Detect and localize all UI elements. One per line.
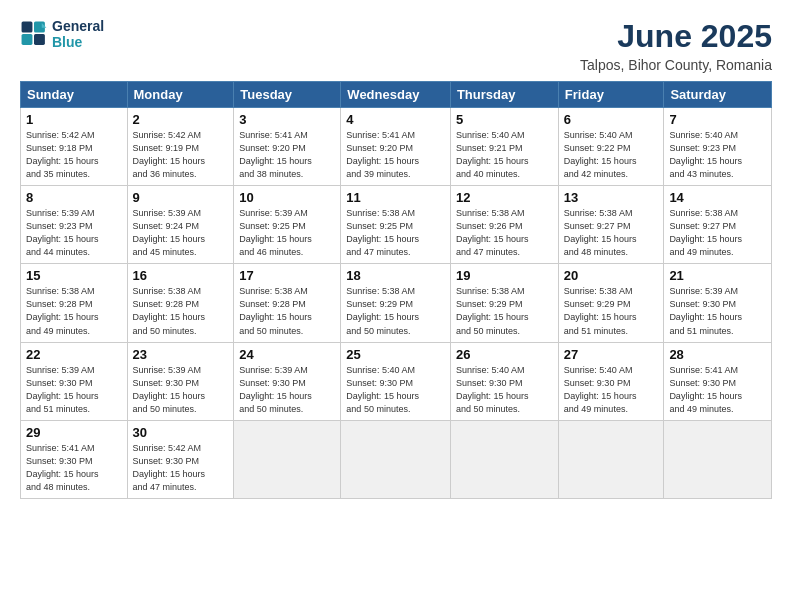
svg-rect-2	[22, 34, 33, 45]
calendar-cell: 5Sunrise: 5:40 AM Sunset: 9:21 PM Daylig…	[450, 108, 558, 186]
logo-text: General Blue	[52, 18, 104, 50]
calendar-cell: 13Sunrise: 5:38 AM Sunset: 9:27 PM Dayli…	[558, 186, 664, 264]
day-info: Sunrise: 5:40 AM Sunset: 9:30 PM Dayligh…	[346, 364, 445, 416]
day-info: Sunrise: 5:40 AM Sunset: 9:22 PM Dayligh…	[564, 129, 659, 181]
day-number: 6	[564, 112, 659, 127]
day-number: 15	[26, 268, 122, 283]
calendar-cell: 4Sunrise: 5:41 AM Sunset: 9:20 PM Daylig…	[341, 108, 451, 186]
day-info: Sunrise: 5:41 AM Sunset: 9:20 PM Dayligh…	[346, 129, 445, 181]
day-info: Sunrise: 5:38 AM Sunset: 9:27 PM Dayligh…	[669, 207, 766, 259]
calendar-cell: 21Sunrise: 5:39 AM Sunset: 9:30 PM Dayli…	[664, 264, 772, 342]
header: General Blue June 2025 Talpos, Bihor Cou…	[20, 18, 772, 73]
month-title: June 2025	[580, 18, 772, 55]
calendar-cell: 3Sunrise: 5:41 AM Sunset: 9:20 PM Daylig…	[234, 108, 341, 186]
calendar-week-2: 8Sunrise: 5:39 AM Sunset: 9:23 PM Daylig…	[21, 186, 772, 264]
title-block: June 2025 Talpos, Bihor County, Romania	[580, 18, 772, 73]
calendar-cell	[341, 420, 451, 498]
weekday-header-sunday: Sunday	[21, 82, 128, 108]
day-info: Sunrise: 5:39 AM Sunset: 9:30 PM Dayligh…	[133, 364, 229, 416]
day-info: Sunrise: 5:41 AM Sunset: 9:20 PM Dayligh…	[239, 129, 335, 181]
day-info: Sunrise: 5:38 AM Sunset: 9:29 PM Dayligh…	[456, 285, 553, 337]
weekday-header-friday: Friday	[558, 82, 664, 108]
day-number: 18	[346, 268, 445, 283]
day-info: Sunrise: 5:38 AM Sunset: 9:27 PM Dayligh…	[564, 207, 659, 259]
calendar-cell: 16Sunrise: 5:38 AM Sunset: 9:28 PM Dayli…	[127, 264, 234, 342]
calendar-week-3: 15Sunrise: 5:38 AM Sunset: 9:28 PM Dayli…	[21, 264, 772, 342]
logo: General Blue	[20, 18, 104, 50]
day-number: 8	[26, 190, 122, 205]
calendar-cell	[558, 420, 664, 498]
day-info: Sunrise: 5:38 AM Sunset: 9:29 PM Dayligh…	[564, 285, 659, 337]
calendar-cell: 14Sunrise: 5:38 AM Sunset: 9:27 PM Dayli…	[664, 186, 772, 264]
weekday-header-monday: Monday	[127, 82, 234, 108]
calendar-cell: 2Sunrise: 5:42 AM Sunset: 9:19 PM Daylig…	[127, 108, 234, 186]
day-info: Sunrise: 5:40 AM Sunset: 9:21 PM Dayligh…	[456, 129, 553, 181]
day-info: Sunrise: 5:41 AM Sunset: 9:30 PM Dayligh…	[26, 442, 122, 494]
calendar-cell: 7Sunrise: 5:40 AM Sunset: 9:23 PM Daylig…	[664, 108, 772, 186]
day-info: Sunrise: 5:38 AM Sunset: 9:25 PM Dayligh…	[346, 207, 445, 259]
calendar-cell: 1Sunrise: 5:42 AM Sunset: 9:18 PM Daylig…	[21, 108, 128, 186]
day-number: 26	[456, 347, 553, 362]
calendar-cell: 29Sunrise: 5:41 AM Sunset: 9:30 PM Dayli…	[21, 420, 128, 498]
day-info: Sunrise: 5:42 AM Sunset: 9:19 PM Dayligh…	[133, 129, 229, 181]
logo-icon	[20, 20, 48, 48]
day-number: 3	[239, 112, 335, 127]
day-info: Sunrise: 5:42 AM Sunset: 9:18 PM Dayligh…	[26, 129, 122, 181]
day-info: Sunrise: 5:42 AM Sunset: 9:30 PM Dayligh…	[133, 442, 229, 494]
day-number: 28	[669, 347, 766, 362]
day-number: 12	[456, 190, 553, 205]
weekday-header-saturday: Saturday	[664, 82, 772, 108]
svg-rect-0	[22, 22, 33, 33]
calendar-cell: 18Sunrise: 5:38 AM Sunset: 9:29 PM Dayli…	[341, 264, 451, 342]
weekday-header-wednesday: Wednesday	[341, 82, 451, 108]
calendar-cell: 11Sunrise: 5:38 AM Sunset: 9:25 PM Dayli…	[341, 186, 451, 264]
day-number: 30	[133, 425, 229, 440]
day-info: Sunrise: 5:40 AM Sunset: 9:30 PM Dayligh…	[456, 364, 553, 416]
calendar-cell: 19Sunrise: 5:38 AM Sunset: 9:29 PM Dayli…	[450, 264, 558, 342]
day-info: Sunrise: 5:38 AM Sunset: 9:28 PM Dayligh…	[239, 285, 335, 337]
calendar-cell: 25Sunrise: 5:40 AM Sunset: 9:30 PM Dayli…	[341, 342, 451, 420]
day-number: 10	[239, 190, 335, 205]
svg-rect-3	[34, 34, 45, 45]
day-number: 27	[564, 347, 659, 362]
day-number: 9	[133, 190, 229, 205]
location-subtitle: Talpos, Bihor County, Romania	[580, 57, 772, 73]
calendar-cell: 27Sunrise: 5:40 AM Sunset: 9:30 PM Dayli…	[558, 342, 664, 420]
calendar-cell: 22Sunrise: 5:39 AM Sunset: 9:30 PM Dayli…	[21, 342, 128, 420]
day-info: Sunrise: 5:39 AM Sunset: 9:30 PM Dayligh…	[669, 285, 766, 337]
calendar-cell: 15Sunrise: 5:38 AM Sunset: 9:28 PM Dayli…	[21, 264, 128, 342]
day-info: Sunrise: 5:41 AM Sunset: 9:30 PM Dayligh…	[669, 364, 766, 416]
day-number: 19	[456, 268, 553, 283]
day-info: Sunrise: 5:39 AM Sunset: 9:25 PM Dayligh…	[239, 207, 335, 259]
day-info: Sunrise: 5:39 AM Sunset: 9:30 PM Dayligh…	[239, 364, 335, 416]
day-info: Sunrise: 5:40 AM Sunset: 9:30 PM Dayligh…	[564, 364, 659, 416]
calendar-cell: 9Sunrise: 5:39 AM Sunset: 9:24 PM Daylig…	[127, 186, 234, 264]
calendar-cell: 8Sunrise: 5:39 AM Sunset: 9:23 PM Daylig…	[21, 186, 128, 264]
day-number: 21	[669, 268, 766, 283]
day-number: 16	[133, 268, 229, 283]
calendar-cell	[450, 420, 558, 498]
calendar-cell	[234, 420, 341, 498]
day-number: 22	[26, 347, 122, 362]
calendar-week-4: 22Sunrise: 5:39 AM Sunset: 9:30 PM Dayli…	[21, 342, 772, 420]
day-number: 29	[26, 425, 122, 440]
calendar-cell: 12Sunrise: 5:38 AM Sunset: 9:26 PM Dayli…	[450, 186, 558, 264]
calendar-cell: 28Sunrise: 5:41 AM Sunset: 9:30 PM Dayli…	[664, 342, 772, 420]
weekday-header-thursday: Thursday	[450, 82, 558, 108]
day-number: 4	[346, 112, 445, 127]
calendar-cell: 17Sunrise: 5:38 AM Sunset: 9:28 PM Dayli…	[234, 264, 341, 342]
calendar-cell: 24Sunrise: 5:39 AM Sunset: 9:30 PM Dayli…	[234, 342, 341, 420]
day-number: 25	[346, 347, 445, 362]
day-number: 23	[133, 347, 229, 362]
page: General Blue June 2025 Talpos, Bihor Cou…	[0, 0, 792, 511]
day-number: 24	[239, 347, 335, 362]
calendar-cell: 10Sunrise: 5:39 AM Sunset: 9:25 PM Dayli…	[234, 186, 341, 264]
day-number: 5	[456, 112, 553, 127]
day-number: 2	[133, 112, 229, 127]
day-number: 20	[564, 268, 659, 283]
calendar-header-row: SundayMondayTuesdayWednesdayThursdayFrid…	[21, 82, 772, 108]
calendar-week-1: 1Sunrise: 5:42 AM Sunset: 9:18 PM Daylig…	[21, 108, 772, 186]
calendar-week-5: 29Sunrise: 5:41 AM Sunset: 9:30 PM Dayli…	[21, 420, 772, 498]
day-number: 1	[26, 112, 122, 127]
day-number: 7	[669, 112, 766, 127]
